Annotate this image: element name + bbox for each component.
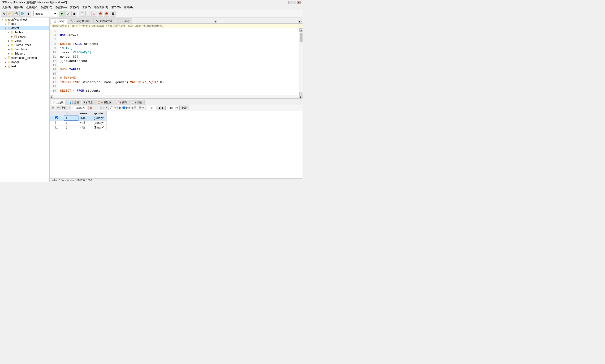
tab-schema-designer[interactable]: 🏗 架构设计器 [93, 18, 115, 23]
sidebar-item-functions[interactable]: ▶ 📁 Functions [0, 47, 49, 52]
scroll-up-btn[interactable]: ▲ [299, 28, 302, 32]
row-checkbox-cell[interactable] [50, 120, 64, 125]
prev-page-btn[interactable]: ◀ [157, 106, 161, 110]
sidebar-item-triggers[interactable]: ▶ 📁 Triggers [0, 52, 49, 56]
run-query-btn[interactable]: ▶ [59, 11, 65, 16]
save-changes-btn[interactable]: 💾 [61, 105, 66, 110]
next-page-btn[interactable]: ▶ [161, 106, 165, 110]
line-content: );studentdbtest [58, 59, 299, 63]
sidebar-item-test[interactable]: ▶ 🗄 test [0, 64, 49, 68]
row-checkbox-cell[interactable] [50, 125, 64, 130]
code-editor[interactable]: 56USE dbTest78CREATE TABLE student(9id I… [50, 28, 299, 95]
sidebar-item-root[interactable]: ▼ 🖥 root@localhost [0, 17, 49, 22]
menu-tools[interactable]: 工具(T) [81, 5, 92, 10]
menu-favorites[interactable]: 收藏夹(V) [25, 5, 39, 10]
sidebar-item-student[interactable]: ▶ 📋 student [0, 35, 49, 39]
bottom-tab-results[interactable]: 📋 1 结果 [51, 100, 66, 105]
menu-edit[interactable]: 编辑(E) [13, 5, 24, 10]
cell-id[interactable]: 1 [64, 116, 78, 120]
edit-mode-select[interactable]: (只读) [73, 105, 86, 110]
database-selector[interactable]: dbtest [33, 11, 57, 16]
cell-id[interactable]: 1 [64, 120, 78, 125]
sidebar-item-mysql[interactable]: ▶ 🗄 mysql [0, 60, 49, 64]
row-checkbox-cell[interactable] [50, 116, 64, 120]
code-line: 5 [50, 29, 299, 34]
tab-nav-right[interactable]: ▶ [298, 20, 302, 23]
close-button[interactable]: ✕ [297, 1, 301, 4]
stop-query-btn[interactable]: ⏹ [71, 11, 77, 16]
bottom-tab-tabledata[interactable]: 📋 4 表数据 [95, 100, 113, 105]
sidebar-item-storedprocs[interactable]: ▶ 📁 Stored Procs [0, 43, 49, 47]
col-name[interactable]: name [78, 111, 92, 116]
bottom-tab-analysis[interactable]: 📊 2 分析 [66, 100, 81, 105]
save-btn[interactable]: 💾 [13, 11, 19, 16]
tab-query-2[interactable]: 📋 Query [116, 18, 132, 23]
open-btn[interactable]: 📂 [7, 11, 13, 16]
menu-datatable[interactable]: 数据表(A) [54, 5, 68, 10]
bottom-tab-bar: 📋 1 结果 📊 2 分析 ℹ 3 信息 📋 4 表数据 [50, 99, 302, 105]
filter-btn[interactable]: 🔍 [99, 105, 104, 110]
bottom-tab-profile[interactable]: 📈 5 资料 [114, 100, 129, 105]
results-table-wrap[interactable]: id name gender 1小强(Binary/I1小强(Binary/I1… [50, 111, 302, 178]
menu-enhanced[interactable]: 增强工具(P) [93, 5, 109, 10]
scroll-down-btn[interactable]: ▼ [299, 92, 302, 95]
export-results-btn[interactable]: 📤 [88, 105, 93, 110]
table-row[interactable]: 1小强(Binary/I [50, 116, 106, 120]
editor-horizontal-scroll[interactable]: ◀ ▶ [50, 95, 302, 98]
clear-filter-btn[interactable]: ✕ [104, 105, 109, 110]
row-checkbox[interactable] [55, 116, 58, 119]
menu-window[interactable]: 窗口(W) [110, 5, 122, 10]
menu-other[interactable]: 其它(O) [68, 5, 80, 10]
line-content: CREATE TABLE student( [58, 42, 299, 46]
restore-button[interactable]: □ [293, 1, 296, 4]
import-btn[interactable]: 📥 [104, 11, 109, 16]
hscroll-track[interactable] [53, 95, 299, 98]
sidebar-item-db1[interactable]: ▶ 🗄 db1 [0, 22, 49, 26]
row-checkbox[interactable] [55, 126, 58, 129]
editor-vertical-scroll[interactable]: ▲ ▼ [299, 28, 302, 95]
col-id[interactable]: id [64, 111, 78, 116]
refresh-btn[interactable]: 刷新 [179, 105, 189, 110]
scroll-thumb[interactable] [300, 33, 302, 42]
hscroll-right-btn[interactable]: ▶ [299, 95, 302, 99]
discard-btn[interactable]: ↩ [66, 105, 71, 110]
table-view-btn[interactable]: 📋 [79, 11, 85, 16]
export-btn[interactable]: 📤 [98, 11, 103, 16]
form-view-btn[interactable]: 📄 [85, 11, 91, 16]
run-current-btn[interactable]: ▷ [65, 11, 71, 16]
radio-range-rows[interactable]: 行的范围 [122, 106, 136, 110]
radio-all-rows[interactable]: 所有行 [110, 106, 121, 110]
table-row[interactable]: 1小强(Binary/I [50, 125, 106, 130]
connect-btn[interactable]: 🌐 [19, 11, 25, 16]
delete-row-btn[interactable]: ➖ [56, 105, 61, 110]
cell-id[interactable]: 1 [64, 125, 78, 130]
bottom-tab-info[interactable]: ℹ 3 信息 [82, 100, 95, 105]
add-row-btn[interactable]: ➕ [51, 105, 55, 110]
tab-nav-left[interactable]: ◀ [214, 20, 217, 23]
radio-range-input[interactable] [122, 106, 126, 109]
copy-results-btn[interactable]: 📋 [93, 105, 98, 110]
sidebar-item-dbtest[interactable]: ▼ 🗄 dbtest [0, 26, 49, 30]
sidebar-item-views[interactable]: ▶ 📁 Views [0, 39, 49, 43]
tab-query-builder[interactable]: 🔧 Query Builder [67, 18, 93, 23]
tab-query-1[interactable]: 📋 Query [51, 18, 67, 24]
sidebar-item-information-schema[interactable]: ▶ 🗄 information_schema [0, 56, 49, 60]
menu-help[interactable]: 帮助(H) [123, 5, 134, 10]
hscroll-left-btn[interactable]: ◀ [50, 95, 53, 99]
scroll-track[interactable] [299, 32, 302, 92]
new-connection-btn[interactable]: 🔌 [1, 11, 7, 16]
data-btn[interactable]: 📊 [92, 11, 97, 16]
row-checkbox[interactable] [55, 121, 58, 124]
last-row-input[interactable] [165, 106, 175, 110]
menu-database[interactable]: 数据库(D) [39, 5, 53, 10]
col-gender[interactable]: gender [92, 111, 106, 116]
radio-all-input[interactable] [110, 106, 113, 109]
first-row-input[interactable] [147, 106, 157, 110]
sidebar-item-tables[interactable]: ▼ 📁 Tables [0, 30, 49, 35]
schema-btn[interactable]: 🏗 [110, 11, 116, 16]
menu-file[interactable]: 文件(F) [1, 5, 12, 10]
stop-btn[interactable]: ⏹ [26, 11, 31, 16]
minimize-button[interactable]: ─ [288, 1, 292, 4]
table-row[interactable]: 1小强(Binary/I [50, 120, 106, 125]
bottom-tab-history[interactable]: 🕐 6 历史 [130, 100, 145, 105]
